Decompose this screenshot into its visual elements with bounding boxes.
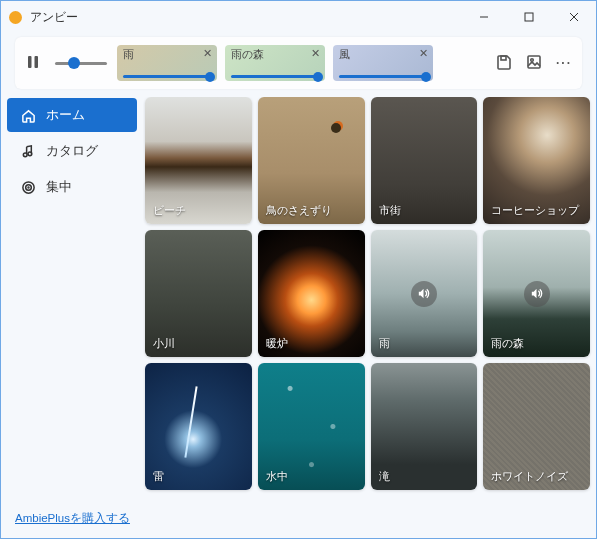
sound-card[interactable]: 鳥のさえずり	[258, 97, 365, 224]
active-sound-chips: ✕ 雨 ✕ 雨の森 ✕ 風	[117, 45, 482, 81]
window-title: アンビー	[30, 9, 461, 26]
target-icon	[21, 180, 36, 195]
app-icon	[9, 11, 22, 24]
card-title: ホワイトノイズ	[491, 469, 568, 484]
save-icon[interactable]	[496, 54, 512, 73]
sound-card[interactable]: 滝	[371, 363, 478, 490]
chip-label: 雨	[123, 49, 211, 60]
chip-volume-slider[interactable]	[123, 75, 211, 78]
card-title: 滝	[379, 469, 390, 484]
card-title: 雨	[379, 336, 390, 351]
purchase-link[interactable]: AmbiePlusを購入する	[1, 511, 143, 538]
window-controls	[461, 1, 596, 33]
app-body: ホーム カタログ 集中 AmbiePlusを購入する ビーチ鳥のさえずり市街コー…	[1, 97, 596, 538]
volume-icon	[411, 281, 437, 307]
svg-rect-6	[501, 56, 506, 60]
chip-volume-slider[interactable]	[231, 75, 319, 78]
chip-label: 雨の森	[231, 49, 319, 60]
sound-chip-wind[interactable]: ✕ 風	[333, 45, 433, 81]
minimize-button[interactable]	[461, 1, 506, 33]
sound-card[interactable]: 雷	[145, 363, 252, 490]
sound-card[interactable]: 雨	[371, 230, 478, 357]
sound-card[interactable]: 水中	[258, 363, 365, 490]
svg-rect-7	[528, 56, 540, 68]
card-title: 暖炉	[266, 336, 288, 351]
chip-volume-slider[interactable]	[339, 75, 427, 78]
close-button[interactable]	[551, 1, 596, 33]
svg-point-10	[28, 151, 32, 155]
music-note-icon	[21, 144, 36, 159]
svg-rect-1	[525, 13, 533, 21]
card-title: ビーチ	[153, 203, 186, 218]
sound-chip-rainforest[interactable]: ✕ 雨の森	[225, 45, 325, 81]
card-title: 雨の森	[491, 336, 524, 351]
sound-card[interactable]: 小川	[145, 230, 252, 357]
sound-grid: ビーチ鳥のさえずり市街コーヒーショップ小川暖炉雨雨の森雷水中滝ホワイトノイズ	[145, 97, 590, 490]
sound-card[interactable]: 市街	[371, 97, 478, 224]
sidebar-item-home[interactable]: ホーム	[7, 98, 137, 132]
svg-point-9	[23, 152, 27, 156]
toolbar: ✕ 雨 ✕ 雨の森 ✕ 風 ···	[15, 37, 582, 89]
sidebar-item-label: ホーム	[46, 107, 85, 124]
card-title: 小川	[153, 336, 175, 351]
card-title: 水中	[266, 469, 288, 484]
home-icon	[21, 108, 36, 123]
volume-icon	[524, 281, 550, 307]
sound-chip-rain[interactable]: ✕ 雨	[117, 45, 217, 81]
sidebar-item-catalog[interactable]: カタログ	[7, 134, 137, 168]
more-icon[interactable]: ···	[556, 56, 572, 70]
maximize-button[interactable]	[506, 1, 551, 33]
svg-rect-5	[35, 56, 39, 68]
close-icon[interactable]: ✕	[203, 48, 212, 59]
titlebar: アンビー	[1, 1, 596, 33]
picture-icon[interactable]	[526, 54, 542, 73]
sound-card[interactable]: ビーチ	[145, 97, 252, 224]
sidebar-item-label: 集中	[46, 179, 72, 196]
card-title: 鳥のさえずり	[266, 203, 332, 218]
svg-point-13	[28, 187, 29, 188]
chip-label: 風	[339, 49, 427, 60]
sidebar-item-label: カタログ	[46, 143, 98, 160]
sound-card[interactable]: 暖炉	[258, 230, 365, 357]
card-title: 雷	[153, 469, 164, 484]
pause-button[interactable]	[25, 54, 41, 73]
svg-rect-4	[28, 56, 32, 68]
card-title: 市街	[379, 203, 401, 218]
sound-card[interactable]: ホワイトノイズ	[483, 363, 590, 490]
close-icon[interactable]: ✕	[419, 48, 428, 59]
sidebar: ホーム カタログ 集中 AmbiePlusを購入する	[1, 97, 143, 538]
slider-thumb[interactable]	[68, 57, 80, 69]
toolbar-actions: ···	[496, 54, 572, 73]
card-title: コーヒーショップ	[491, 203, 579, 218]
app-window: アンビー ✕ 雨 ✕ 雨の森 ✕ 風	[0, 0, 597, 539]
content-area: ビーチ鳥のさえずり市街コーヒーショップ小川暖炉雨雨の森雷水中滝ホワイトノイズ	[143, 97, 596, 538]
sound-card[interactable]: コーヒーショップ	[483, 97, 590, 224]
master-volume-slider[interactable]	[55, 62, 107, 65]
sound-card[interactable]: 雨の森	[483, 230, 590, 357]
sidebar-item-focus[interactable]: 集中	[7, 170, 137, 204]
close-icon[interactable]: ✕	[311, 48, 320, 59]
